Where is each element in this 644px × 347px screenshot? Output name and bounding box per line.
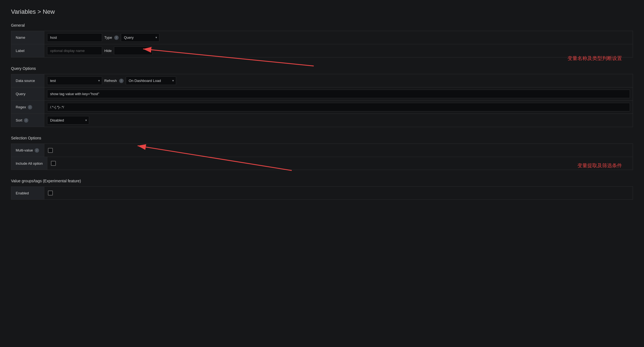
query-options-section-title: Query Options	[11, 66, 633, 71]
value-groups-section: Value groups/tags (Experimental feature)…	[11, 179, 633, 200]
label-row: Label Hide Label Variable ▾	[11, 44, 633, 57]
enabled-row: Enabled	[11, 186, 633, 200]
enabled-checkbox-wrapper	[47, 190, 54, 196]
refresh-label: Refresh	[104, 79, 117, 83]
label-label: Label	[11, 44, 44, 57]
refresh-info-icon: i	[119, 79, 124, 83]
value-groups-section-title: Value groups/tags (Experimental feature)	[11, 179, 633, 183]
multivalue-control-group	[44, 145, 633, 156]
selection-options-section-title: Selection Options	[11, 136, 633, 140]
query-options-section: Query Options Data source test ▾ Refresh…	[11, 66, 633, 127]
sort-select[interactable]: Disabled Alphabetical (asc) Alphabetical…	[47, 116, 89, 125]
multivalue-checkbox[interactable]	[48, 148, 53, 153]
type-info-icon: i	[114, 35, 119, 40]
regex-input[interactable]	[47, 103, 630, 111]
hide-select[interactable]: Label Variable	[114, 46, 152, 55]
label-control-group: Hide Label Variable ▾	[44, 44, 633, 57]
sort-label: Sort i	[11, 114, 44, 127]
include-all-checkbox-wrapper	[50, 160, 57, 167]
name-control-group: Type i Query Custom Textbox Constant Dat…	[44, 31, 633, 44]
include-all-row: Include All option	[11, 157, 633, 170]
refresh-select-wrapper: Never On Dashboard Load On Time Range Ch…	[126, 76, 176, 85]
selection-options-section: Selection Options Multi-value i Include …	[11, 136, 633, 170]
general-section-title: General	[11, 23, 633, 27]
sort-select-wrapper: Disabled Alphabetical (asc) Alphabetical…	[47, 116, 89, 125]
include-all-control-group	[47, 158, 633, 169]
query-input[interactable]	[47, 90, 630, 98]
name-input[interactable]	[47, 33, 102, 42]
sort-info-icon: i	[24, 118, 28, 123]
include-all-checkbox[interactable]	[51, 161, 56, 166]
sort-control-group: Disabled Alphabetical (asc) Alphabetical…	[44, 114, 633, 127]
query-control-group	[44, 87, 633, 100]
multivalue-checkbox-wrapper	[47, 147, 54, 154]
hide-select-wrapper: Label Variable ▾	[114, 46, 152, 55]
type-label: Type	[104, 35, 112, 40]
type-select-wrapper: Query Custom Textbox Constant DataSource…	[121, 33, 159, 42]
general-section: General Name Type i Query Custom Textbox…	[11, 23, 633, 57]
datasource-label: Data source	[11, 74, 44, 87]
name-label: Name	[11, 31, 44, 44]
query-row: Query	[11, 87, 633, 100]
regex-info-icon: i	[28, 105, 32, 109]
type-select[interactable]: Query Custom Textbox Constant DataSource…	[121, 33, 159, 42]
query-label: Query	[11, 87, 44, 100]
refresh-select[interactable]: Never On Dashboard Load On Time Range Ch…	[126, 76, 176, 85]
multivalue-row: Multi-value i	[11, 144, 633, 157]
multivalue-info-icon: i	[35, 148, 39, 153]
datasource-select[interactable]: test	[47, 76, 102, 85]
multivalue-label: Multi-value i	[11, 144, 44, 157]
hide-label: Hide	[104, 49, 112, 53]
name-row: Name Type i Query Custom Textbox Constan…	[11, 31, 633, 44]
page-title: Variables > New	[11, 8, 633, 15]
regex-control-group	[44, 101, 633, 114]
enabled-control-group	[44, 188, 633, 199]
datasource-control-group: test ▾ Refresh i Never On Dashboard Load…	[44, 74, 633, 87]
enabled-checkbox[interactable]	[48, 191, 53, 195]
label-input[interactable]	[47, 46, 102, 55]
enabled-label: Enabled	[11, 187, 44, 199]
include-all-label: Include All option	[11, 157, 47, 170]
regex-label: Regex i	[11, 101, 44, 114]
regex-row: Regex i	[11, 100, 633, 114]
datasource-row: Data source test ▾ Refresh i Never On Da…	[11, 74, 633, 87]
sort-row: Sort i Disabled Alphabetical (asc) Alpha…	[11, 114, 633, 127]
datasource-select-wrapper: test ▾	[47, 76, 102, 85]
